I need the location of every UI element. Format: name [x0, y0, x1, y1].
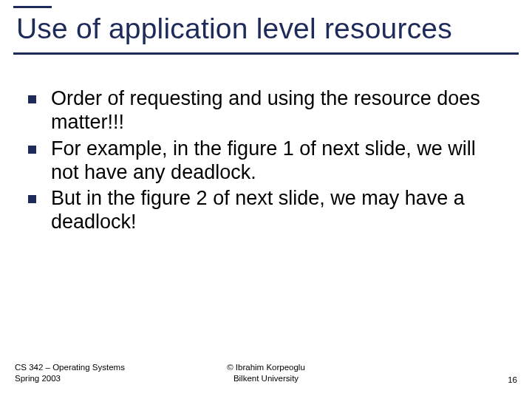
list-item: Order of requesting and using the resour…: [28, 87, 501, 134]
list-item: For example, in the figure 1 of next sli…: [28, 137, 501, 185]
title-block: Use of application level resources: [13, 6, 519, 55]
term: Spring 2003: [15, 373, 125, 384]
footer-left: CS 342 – Operating Systems Spring 2003: [15, 362, 125, 384]
square-bullet-icon: [28, 95, 36, 103]
slide-title: Use of application level resources: [13, 8, 519, 52]
content-area: Order of requesting and using the resour…: [28, 87, 501, 237]
institution: Bilkent University: [227, 373, 305, 384]
list-item: But in the figure 2 of next slide, we ma…: [28, 187, 501, 234]
bullet-text: But in the figure 2 of next slide, we ma…: [51, 187, 501, 234]
course-code: CS 342 – Operating Systems: [15, 362, 125, 373]
title-rule-bottom: [13, 52, 519, 55]
bullet-text: For example, in the figure 1 of next sli…: [51, 137, 501, 185]
square-bullet-icon: [28, 146, 36, 154]
footer-center: © Ibrahim Korpeoglu Bilkent University: [227, 362, 305, 384]
square-bullet-icon: [28, 195, 36, 203]
page-number: 16: [508, 375, 517, 384]
slide: Use of application level resources Order…: [0, 0, 532, 399]
footer: CS 342 – Operating Systems Spring 2003 ©…: [15, 362, 517, 384]
bullet-text: Order of requesting and using the resour…: [51, 87, 501, 134]
copyright: © Ibrahim Korpeoglu: [227, 362, 305, 373]
